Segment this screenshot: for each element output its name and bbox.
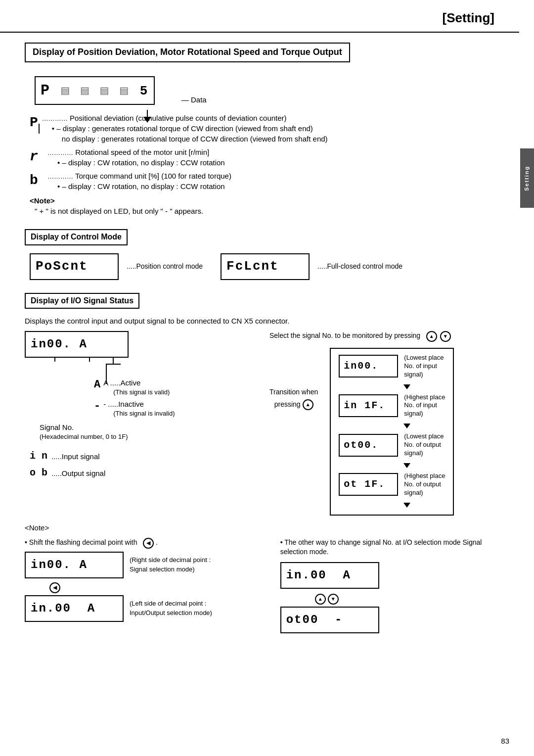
note2-label: <Note> (25, 522, 494, 533)
bottom-right-display1: in.00 A (280, 562, 379, 589)
bottom-display1: in00. A (25, 552, 124, 578)
up-down-buttons: ▲ ▼ (315, 594, 494, 605)
seq-desc-ot1F: (Highest placeNo. of outputsignal) (404, 472, 445, 497)
seq-desc-in1F: (Highest placeNo. of inputsignal) (404, 393, 445, 419)
seq-arrow-1 (403, 384, 410, 389)
t-symbol: b (30, 171, 44, 190)
full-closed-control-label: .....Full-closed control mode (317, 262, 402, 272)
io-right-panel: Select the signal No. to be monitored by… (269, 331, 494, 516)
p-symbol: P (30, 113, 38, 132)
inactive-dash-symbol: - (94, 399, 100, 414)
section-position-deviation: Display of Position Deviation, Motor Rot… (25, 38, 494, 216)
p-bullet1: • – display : generates rotational torqu… (52, 123, 328, 134)
active-a-symbol: A (94, 378, 100, 393)
in-label: .....Input signal (51, 451, 100, 462)
section-io-signal: Display of I/O Signal Status Displays th… (25, 287, 494, 633)
r-bullet: • – display : CW rotation, no display : … (57, 157, 225, 168)
bottom-display1-row: in00. A (Right side of decimal point :Si… (25, 552, 261, 578)
shift-arrow-row: ◀ (49, 582, 261, 593)
io-main-display: in00. A (25, 331, 129, 358)
signal-no-annotation: Signal No. (Hexadecimal number, 0 to 1F) (40, 422, 250, 441)
io-description: Displays the control input and output si… (25, 316, 494, 326)
shift-button2[interactable]: ◀ (49, 582, 60, 593)
note-text: " + " is not displayed on LED, but only … (35, 206, 494, 216)
in-symbol: i n (30, 449, 47, 463)
note2-bullet1-row: • Shift the flashing decimal point with … (25, 538, 261, 549)
io-left-panel: in00. A (25, 331, 250, 516)
seq-display-ot00: ot00. (339, 434, 398, 457)
seq-display-ot1F: ot 1F. (339, 473, 398, 496)
ot-label: .....Output signal (51, 468, 105, 478)
bottom-displays: • Shift the flashing decimal point with … (25, 538, 494, 633)
control-mode-display2: FcLcnt (221, 253, 310, 280)
seq-arrow-3 (403, 463, 410, 468)
select-text-row: Select the signal No. to be monitored by… (269, 331, 494, 342)
shift-button[interactable]: ◀ (143, 538, 154, 549)
position-led-display: P ▤ ▤ ▤ ▤ 5 (35, 76, 155, 105)
inactive-sub: (This signal is invalid) (113, 409, 175, 418)
control-mode-display1: PoScnt (30, 253, 119, 280)
page-title: [Setting] (0, 0, 519, 33)
p-bullet2: no display : generates rotational torque… (62, 134, 328, 144)
ot-symbol: o b (30, 466, 47, 480)
down-button-right[interactable]: ▼ (328, 594, 339, 605)
side-tab-label: Setting (523, 165, 531, 190)
seq-desc-in00: (Lowest placeNo. of inputsignal) (404, 354, 444, 379)
active-sub: (This signal is valid) (113, 388, 170, 397)
bottom-right-display2: ot00 - (280, 607, 379, 633)
up-button[interactable]: ▲ (426, 331, 437, 342)
up-button-right[interactable]: ▲ (315, 594, 326, 605)
r-symbol: r (30, 147, 44, 166)
seq-desc-ot00: (Lowest placeNo. of outputsignal) (404, 432, 444, 458)
bottom-display1-label: (Right side of decimal point :Signal sel… (130, 556, 211, 573)
t-description: ………… Torque command unit [%] (100 for ra… (47, 171, 231, 181)
bottom-display2-row: in.00 A (Left side of decimal point :Inp… (25, 595, 261, 622)
side-tab: Setting (520, 148, 534, 208)
t-bullet: • – display : CW rotation, no display : … (57, 181, 231, 191)
section-control-mode: Display of Control Mode PoScnt .....Posi… (25, 223, 494, 280)
in-symbol-row: i n .....Input signal (30, 449, 250, 463)
bottom-display2-label: (Left side of decimal point :Input/Outpu… (130, 599, 212, 617)
data-label-annotation: — Data (163, 94, 206, 105)
position-control-label: .....Position control mode (127, 262, 203, 272)
r-description: ………… Rotational speed of the motor unit … (47, 147, 225, 157)
seq-display-in00: in00. (339, 355, 398, 378)
page-number: 83 (501, 736, 509, 746)
seq-arrow-2 (403, 424, 410, 428)
section-header-io: Display of I/O Signal Status (25, 293, 139, 309)
section-header-control: Display of Control Mode (25, 229, 128, 245)
inactive-label: - .....Inactive (103, 399, 175, 409)
ot-symbol-row: o b .....Output signal (30, 466, 250, 480)
bottom-left-panel: • Shift the flashing decimal point with … (25, 538, 261, 633)
up-button-seq[interactable]: ▲ (303, 399, 313, 410)
seq-display-in1F: in 1F. (339, 394, 398, 417)
transition-label: Transition when pressing ▲ (269, 387, 318, 410)
display-sequence-box: in00. (Lowest placeNo. of inputsignal) (330, 348, 454, 516)
bottom-display2: in.00 A (25, 595, 124, 622)
note-label: <Note> (30, 195, 494, 206)
bottom-right-panel: • The other way to change signal No. at … (280, 538, 494, 633)
down-button[interactable]: ▼ (440, 331, 451, 342)
note2-bullet2: • The other way to change signal No. at … (280, 538, 494, 557)
io-layout: in00. A (25, 331, 494, 516)
section-header-position: Display of Position Deviation, Motor Rot… (25, 43, 350, 62)
p-description: ………… Positional deviation (cumulative pu… (42, 113, 328, 123)
seq-arrow-4 (403, 503, 410, 508)
